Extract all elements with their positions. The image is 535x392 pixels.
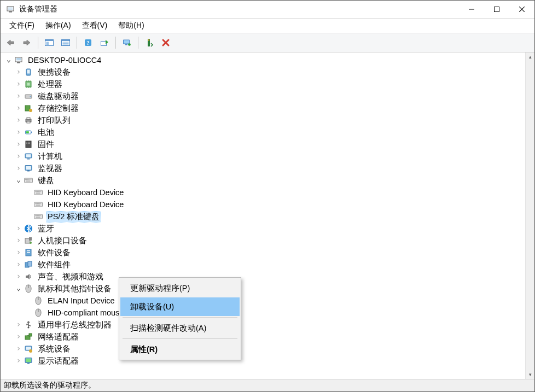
tree-category[interactable]: 磁盘驱动器 — [1, 90, 526, 102]
svg-rect-85 — [35, 215, 36, 216]
tree-category[interactable]: 通用串行总线控制器 — [1, 319, 526, 331]
tree-category[interactable]: 处理器 — [1, 78, 526, 90]
svg-rect-84 — [34, 214, 43, 219]
tree-category[interactable]: 固件 — [1, 138, 526, 150]
expander-icon[interactable] — [15, 92, 22, 101]
expander-icon[interactable] — [15, 285, 22, 293]
tree-category[interactable]: 显示话配器 — [1, 355, 526, 367]
cm-uninstall-device[interactable]: 卸载设备(U) — [120, 297, 240, 316]
tree-category[interactable]: 人机接口设备 — [1, 235, 526, 247]
expander-icon[interactable] — [15, 68, 22, 77]
svg-point-20 — [128, 43, 131, 46]
tree-category[interactable]: 监视器 — [1, 162, 526, 174]
help-button[interactable]: ? — [80, 35, 96, 50]
tree-category-label: 软件设备 — [37, 248, 72, 258]
svg-rect-50 — [30, 142, 30, 143]
statusbar: 卸载所选设备的驱动程序。 — [1, 379, 534, 391]
tree-category-keyboards[interactable]: 键盘 — [1, 174, 526, 186]
uninstall-button[interactable] — [158, 35, 173, 50]
tree-category[interactable]: 软件设备 — [1, 247, 526, 259]
cm-scan-hardware[interactable]: 扫描检测硬件改动(A) — [120, 319, 240, 337]
expander-icon[interactable] — [15, 164, 22, 173]
forward-button[interactable] — [19, 35, 34, 50]
close-button[interactable] — [509, 1, 534, 18]
battery-icon — [24, 127, 33, 137]
details-button[interactable] — [58, 35, 73, 50]
tree-category[interactable]: 打印队列 — [1, 114, 526, 126]
expander-icon[interactable] — [15, 177, 22, 185]
computer-icon — [24, 151, 33, 161]
menu-view[interactable]: 查看(V) — [77, 19, 113, 32]
tree-category-label: 磁盘驱动器 — [37, 91, 80, 102]
expander-icon[interactable] — [15, 224, 22, 233]
scroll-up-icon[interactable]: ▴ — [526, 52, 534, 61]
disk-icon — [24, 91, 33, 101]
scan-hardware-button[interactable] — [142, 35, 157, 50]
minimize-button[interactable] — [459, 1, 484, 18]
expander-icon[interactable] — [5, 56, 13, 65]
menubar: 文件(F) 操作(A) 查看(V) 帮助(H) — [1, 19, 534, 33]
tree-category-label: 便携设备 — [37, 67, 72, 78]
menu-action[interactable]: 操作(A) — [40, 19, 77, 32]
tree-category-mice[interactable]: 鼠标和其他指针设备 — [1, 283, 526, 295]
expander-icon[interactable] — [15, 128, 22, 137]
expander-icon[interactable] — [15, 272, 22, 281]
printer-icon — [24, 115, 33, 125]
expander-icon[interactable] — [15, 152, 22, 161]
cm-update-driver[interactable]: 更新驱动程序(P) — [120, 279, 240, 297]
expander-icon[interactable] — [15, 80, 22, 89]
tree-root[interactable]: DESKTOP-0LIOCC4 — [1, 54, 526, 66]
tree-device[interactable]: ELAN Input Device — [1, 295, 526, 307]
expander-icon[interactable] — [15, 248, 22, 257]
expander-icon[interactable] — [15, 356, 22, 365]
tree-category[interactable]: 声音、视频和游戏 — [1, 271, 526, 283]
tree-category[interactable]: 系统设备 — [1, 343, 526, 355]
expander-icon[interactable] — [15, 140, 22, 149]
tree-category[interactable]: 便携设备 — [1, 66, 526, 78]
svg-point-38 — [30, 96, 31, 97]
svg-point-95 — [30, 242, 32, 244]
svg-rect-78 — [36, 203, 37, 204]
svg-rect-75 — [36, 193, 40, 194]
svg-rect-12 — [63, 43, 69, 44]
context-menu: 更新驱动程序(P) 卸载设备(U) 扫描检测硬件改动(A) 属性(R) — [119, 277, 241, 360]
menu-help[interactable]: 帮助(H) — [113, 19, 149, 32]
expander-icon[interactable] — [15, 344, 22, 353]
expander-icon[interactable] — [15, 260, 22, 269]
svg-rect-8 — [46, 42, 49, 45]
remote-computer-button[interactable] — [119, 35, 135, 50]
expander-icon[interactable] — [15, 320, 22, 329]
device-tree[interactable]: DESKTOP-0LIOCC4 便携设备 处理器 — [1, 52, 526, 379]
tree-device[interactable]: HID-compliant mouse — [1, 307, 526, 319]
cm-properties[interactable]: 属性(R) — [120, 340, 240, 359]
expander-icon[interactable] — [15, 116, 22, 125]
keyboard-icon — [33, 188, 43, 197]
expander-icon[interactable] — [15, 236, 22, 245]
tree-device[interactable]: HID Keyboard Device — [1, 198, 526, 210]
tree-category[interactable]: 存储控制器 — [1, 102, 526, 114]
toolbar-separator — [77, 37, 77, 49]
tree-device-selected[interactable]: PS/2 标准键盘 — [1, 210, 526, 223]
show-tree-button[interactable] — [42, 35, 57, 50]
tree-category[interactable]: 软件组件 — [1, 259, 526, 271]
tree-device[interactable]: HID Keyboard Device — [1, 186, 526, 198]
tree-category-label: 存储控制器 — [37, 103, 80, 114]
action-button[interactable] — [97, 35, 112, 50]
menu-file[interactable]: 文件(F) — [4, 19, 40, 32]
tree-category[interactable]: 计算机 — [1, 150, 526, 162]
back-button[interactable] — [3, 35, 18, 50]
svg-rect-86 — [36, 215, 37, 216]
vertical-scrollbar[interactable]: ▴ ▾ — [525, 52, 534, 379]
svg-rect-25 — [16, 60, 21, 60]
svg-rect-60 — [25, 178, 33, 183]
tree-category[interactable]: 蓝牙 — [1, 223, 526, 235]
statusbar-text: 卸载所选设备的驱动程序。 — [4, 381, 96, 390]
maximize-button[interactable] — [484, 1, 509, 18]
tree-category[interactable]: 网络适配器 — [1, 331, 526, 343]
expander-icon[interactable] — [15, 332, 22, 341]
expander-icon[interactable] — [15, 104, 22, 113]
tree-category[interactable]: 电池 — [1, 126, 526, 138]
scroll-down-icon[interactable]: ▾ — [526, 370, 534, 379]
svg-rect-45 — [31, 132, 32, 133]
tree-root-label: DESKTOP-0LIOCC4 — [27, 56, 102, 65]
